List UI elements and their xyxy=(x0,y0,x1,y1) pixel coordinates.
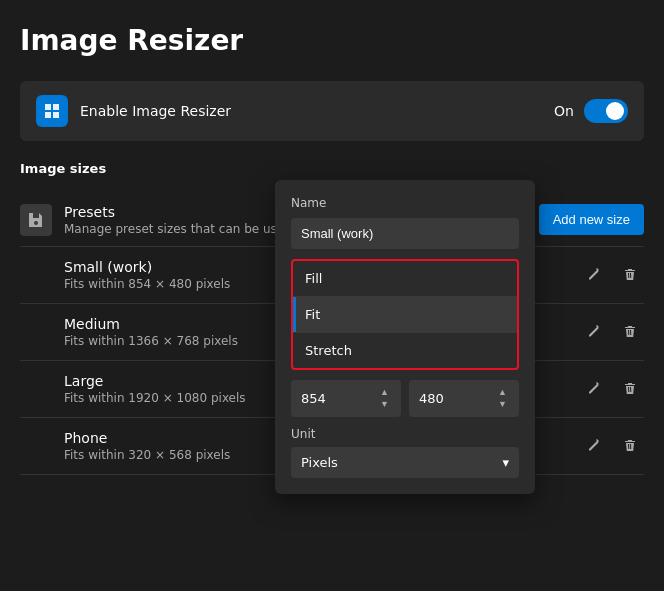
unit-label: Unit xyxy=(291,427,519,441)
trash-icon xyxy=(623,325,637,339)
fit-option[interactable]: Fit xyxy=(293,297,517,333)
medium-edit-button[interactable] xyxy=(580,318,608,346)
image-resizer-icon xyxy=(42,101,62,121)
trash-icon xyxy=(623,268,637,282)
phone-edit-button[interactable] xyxy=(580,432,608,460)
dimensions-row: 854 ▲ ▼ 480 ▲ ▼ xyxy=(291,380,519,417)
enable-toggle[interactable] xyxy=(584,99,628,123)
small-work-actions xyxy=(580,261,644,289)
pencil-icon xyxy=(587,382,601,396)
fit-options-list: Fill Fit Stretch xyxy=(291,259,519,370)
fit-dropdown-overlay: Name Fill Fit Stretch 854 ▲ ▼ 480 xyxy=(275,180,535,494)
stretch-option[interactable]: Stretch xyxy=(293,333,517,368)
large-actions xyxy=(580,375,644,403)
page-title: Image Resizer xyxy=(20,24,644,57)
presets-icon xyxy=(20,204,52,236)
pencil-icon xyxy=(587,268,601,282)
width-input[interactable]: 854 ▲ ▼ xyxy=(291,380,401,417)
enable-row: Enable Image Resizer On xyxy=(20,81,644,141)
pencil-icon xyxy=(587,325,601,339)
small-work-delete-button[interactable] xyxy=(616,261,644,289)
enable-icon xyxy=(36,95,68,127)
trash-icon xyxy=(623,382,637,396)
phone-actions xyxy=(580,432,644,460)
save-icon xyxy=(27,211,45,229)
height-input[interactable]: 480 ▲ ▼ xyxy=(409,380,519,417)
app-container: Image Resizer Enable Image Resizer On Im… xyxy=(0,0,664,591)
height-up-button[interactable]: ▲ xyxy=(496,387,509,398)
medium-actions xyxy=(580,318,644,346)
large-delete-button[interactable] xyxy=(616,375,644,403)
phone-delete-button[interactable] xyxy=(616,432,644,460)
enable-label: Enable Image Resizer xyxy=(80,103,554,119)
chevron-down-icon: ▾ xyxy=(502,455,509,470)
add-new-size-button[interactable]: Add new size xyxy=(539,204,644,235)
enable-status: On xyxy=(554,103,574,119)
name-input[interactable] xyxy=(291,218,519,249)
name-field-label: Name xyxy=(291,196,519,210)
height-down-button[interactable]: ▼ xyxy=(496,399,509,410)
width-up-button[interactable]: ▲ xyxy=(378,387,391,398)
pencil-icon xyxy=(587,439,601,453)
width-spinners: ▲ ▼ xyxy=(378,387,391,410)
small-work-edit-button[interactable] xyxy=(580,261,608,289)
fill-option[interactable]: Fill xyxy=(293,261,517,297)
height-spinners: ▲ ▼ xyxy=(496,387,509,410)
width-down-button[interactable]: ▼ xyxy=(378,399,391,410)
large-edit-button[interactable] xyxy=(580,375,608,403)
medium-delete-button[interactable] xyxy=(616,318,644,346)
unit-select[interactable]: Pixels ▾ xyxy=(291,447,519,478)
trash-icon xyxy=(623,439,637,453)
section-title: Image sizes xyxy=(20,161,106,176)
